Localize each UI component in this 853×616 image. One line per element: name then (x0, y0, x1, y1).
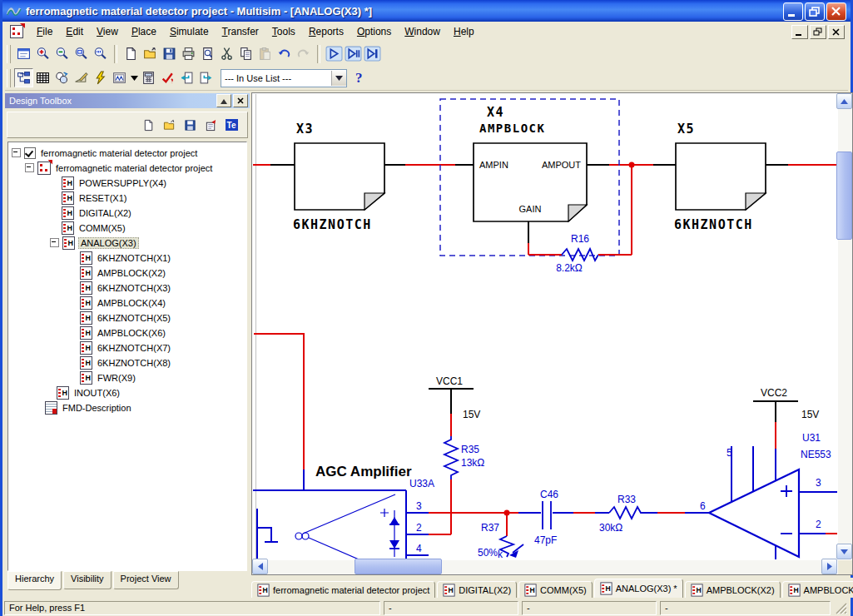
in-use-list-combobox[interactable]: --- In Use List --- (221, 69, 347, 87)
child-close-button[interactable] (828, 25, 845, 39)
sheet-tab-analog[interactable]: ANALOG(X3) * (594, 579, 683, 598)
c46-value-label[interactable]: 47pF (534, 534, 557, 546)
power-vcc1[interactable]: VCC1 15V (429, 375, 480, 436)
back-annotate-button[interactable] (177, 68, 196, 87)
sheet-tab-digital[interactable]: DIGITAL(X2) (437, 581, 517, 598)
opamp-u33a[interactable]: AGC Amplifier U33A 3 2 4 (295, 464, 507, 559)
menu-edit[interactable]: Edit (59, 23, 90, 40)
spreadsheet-view-button[interactable] (33, 68, 52, 87)
horizontal-scroll-thumb[interactable] (355, 559, 442, 574)
tree-item-comm[interactable]: COMM(X5) (62, 221, 127, 235)
print-button[interactable] (179, 44, 198, 63)
panel-dock-button[interactable] (216, 94, 231, 107)
r35-value-label[interactable]: 13kΩ (461, 457, 484, 469)
tree-item-6khznotch-x3[interactable]: 6KHZNOTCH(X3) (80, 281, 172, 295)
tree-item-6khznotch-x8[interactable]: 6KHZNOTCH(X8) (80, 355, 172, 370)
toolbox-new-button[interactable] (141, 117, 156, 132)
tree-item-project[interactable]: ferromagnetic material detector project (12, 146, 199, 160)
tree-item-powersupply[interactable]: POWERSUPPLY(X4) (62, 176, 168, 190)
copy-button[interactable] (236, 44, 255, 63)
tree-item-6khznotch-x7[interactable]: 6KHZNOTCH(X7) (80, 340, 172, 355)
menu-view[interactable]: View (90, 23, 125, 40)
expander-icon[interactable] (50, 238, 59, 247)
menu-reports[interactable]: Reports (302, 23, 350, 40)
tree-item-digital[interactable]: DIGITAL(X2) (62, 206, 133, 220)
toolbox-text-edit-button[interactable]: Te (224, 117, 239, 132)
resize-grip[interactable] (834, 601, 847, 614)
panel-close-button[interactable] (233, 94, 248, 107)
x3-name-label[interactable]: 6KHZNOTCH (293, 217, 372, 232)
tree-item-ampblock-x6[interactable]: AMPBLOCK(X6) (80, 325, 167, 340)
menu-file[interactable]: File (30, 23, 59, 40)
menu-tools[interactable]: Tools (265, 23, 302, 40)
menu-window[interactable]: Window (398, 23, 447, 40)
component-wizard-button[interactable] (72, 68, 91, 87)
database-manager-button[interactable] (52, 68, 72, 87)
scroll-up-button[interactable] (836, 93, 852, 109)
tree-item-fwr-x9[interactable]: FWR(X9) (80, 370, 137, 385)
r16-value-label[interactable]: 8.2kΩ (556, 262, 583, 274)
zoom-in-button[interactable] (33, 44, 52, 63)
grapher-dropdown-button[interactable] (129, 68, 139, 87)
tree-item-ampblock-x2[interactable]: AMPBLOCK(X2) (80, 266, 167, 280)
minimize-button[interactable] (783, 2, 803, 21)
x3-ref-label[interactable]: X3 (296, 122, 314, 137)
sheet-tab-ampblock-x2[interactable]: AMPBLOCK(X2) (685, 581, 781, 598)
menu-help[interactable]: Help (447, 23, 481, 40)
redo-button[interactable] (294, 44, 313, 63)
vcc1-net-label[interactable]: VCC1 (436, 375, 463, 387)
save-button[interactable] (160, 44, 179, 63)
vcc2-value-label[interactable]: 15V (801, 409, 819, 420)
expander-icon[interactable] (25, 163, 34, 172)
resistor-r35[interactable]: R35 13kΩ (444, 436, 484, 534)
c46-ref-label[interactable]: C46 (540, 489, 558, 500)
sheet-tab-ampblock-x4[interactable]: AMPBLOCK(X4) (782, 581, 853, 598)
capacitor-c46[interactable]: C46 47pF (507, 489, 573, 546)
partial-component-left[interactable] (257, 509, 278, 559)
vertical-scroll-thumb[interactable] (836, 152, 852, 240)
zoom-full-button[interactable] (91, 44, 110, 63)
help-button[interactable]: ? (355, 70, 363, 87)
expander-icon[interactable] (12, 148, 21, 157)
block-x4-selected[interactable]: X4 AMPBLOCK AMPIN AMPOUT GAIN (440, 99, 619, 256)
tree-item-design[interactable]: ferromagnetic material detector project (25, 161, 214, 175)
postprocessor-button[interactable] (139, 68, 158, 87)
child-minimize-button[interactable] (791, 25, 808, 39)
forward-annotate-button[interactable] (196, 68, 216, 87)
sheet-tab-comm[interactable]: COMM(X5) (518, 581, 593, 598)
checkbox-checked-icon[interactable] (24, 147, 36, 159)
tree-item-analog[interactable]: ANALOG(X3) (50, 236, 139, 250)
tree-item-6khznotch-x1[interactable]: 6KHZNOTCH(X1) (80, 251, 172, 265)
vcc2-net-label[interactable]: VCC2 (761, 387, 787, 399)
toggle-fullscreen-button[interactable] (14, 44, 33, 63)
design-toolbox-titlebar[interactable]: Design Toolbox (5, 93, 250, 108)
menu-simulate[interactable]: Simulate (163, 23, 216, 40)
tree-item-6khznotch-x5[interactable]: 6KHZNOTCH(X5) (80, 310, 172, 325)
r16-ref-label[interactable]: R16 (571, 233, 589, 245)
x4-ref-label[interactable]: X4 (487, 105, 504, 120)
r35-ref-label[interactable]: R35 (461, 444, 479, 455)
r33-value-label[interactable]: 30kΩ (599, 522, 622, 534)
zoom-area-button[interactable] (72, 44, 91, 63)
menu-transfer[interactable]: Transfer (216, 23, 265, 40)
u31-ref-label[interactable]: U31 (802, 432, 821, 444)
menu-options[interactable]: Options (350, 23, 398, 40)
potentiometer-r37[interactable]: R37 50% k (478, 510, 523, 560)
scroll-down-button[interactable] (836, 544, 852, 559)
child-restore-button[interactable] (810, 25, 826, 39)
tab-hierarchy[interactable]: Hierarchy (7, 571, 62, 590)
tree-item-reset[interactable]: RESET(X1) (62, 191, 128, 205)
erc-check-button[interactable] (158, 68, 177, 87)
paste-button[interactable] (255, 44, 275, 63)
restore-button[interactable] (805, 2, 825, 21)
scroll-right-button[interactable] (821, 559, 837, 574)
toolbox-save-button[interactable] (182, 117, 197, 132)
close-button[interactable] (826, 2, 846, 21)
print-preview-button[interactable] (198, 44, 217, 63)
r37-setting-label[interactable]: 50% (478, 547, 498, 559)
u31-part-label[interactable]: NE553 (801, 449, 831, 460)
menu-place[interactable]: Place (125, 23, 163, 40)
grapher-button[interactable] (110, 68, 129, 87)
toolbox-new-sheet-button[interactable] (203, 117, 218, 132)
pause-simulation-button[interactable] (344, 44, 363, 63)
